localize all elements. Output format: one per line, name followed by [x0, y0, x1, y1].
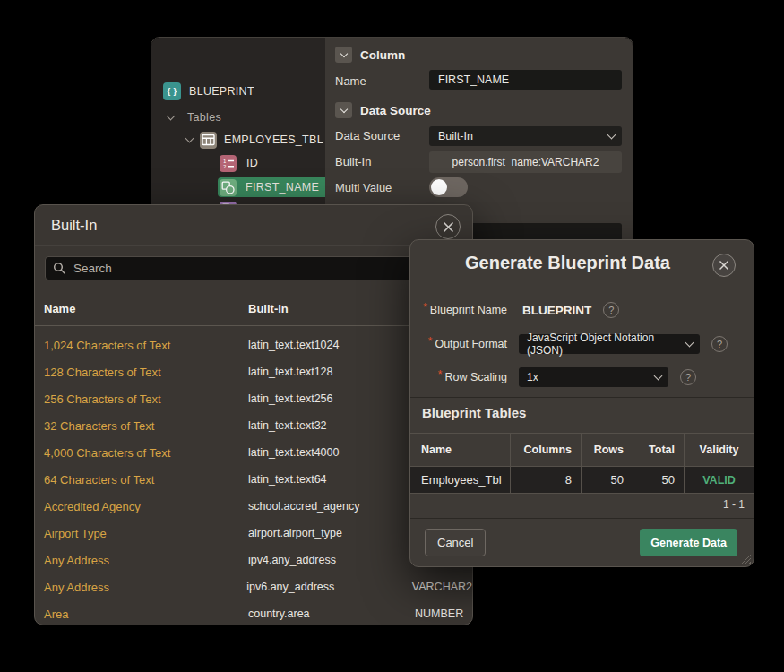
cancel-button[interactable]: Cancel [425, 529, 486, 556]
tree-node-label: EMPLOYEES_TBL [224, 134, 323, 146]
builtin-row[interactable]: 1,024 Characters of Text latin_text.text… [35, 332, 472, 358]
builtin-code: country.area [248, 607, 415, 620]
section-column: Column [335, 47, 405, 63]
output-format-select[interactable]: JavaScript Object Notation (JSON) [519, 334, 700, 354]
output-format-row: *Output Format JavaScript Object Notatio… [410, 333, 728, 355]
builtin-name[interactable]: Airport Type [44, 527, 248, 540]
collapse-button[interactable] [335, 47, 352, 63]
builtin-picker-dialog: Built-In Name Built-In 1,024 Characters … [34, 204, 473, 625]
help-icon[interactable]: ? [680, 369, 696, 385]
generate-blueprint-data-dialog: Generate Blueprint Data *Blueprint Name … [409, 239, 754, 567]
close-icon[interactable] [435, 214, 461, 239]
divider [410, 397, 754, 398]
tree-node-blueprint[interactable]: { } BLUEPRINT [163, 82, 254, 100]
cell-total: 50 [633, 467, 684, 493]
section-data-source: Data Source [335, 102, 431, 118]
output-format-label: *Output Format [410, 338, 507, 350]
builtin-code: latin_text.text256 [248, 392, 415, 405]
chevron-down-icon [340, 106, 347, 113]
cell-name: Employees_Tbl [410, 467, 510, 493]
column-header: Columns [510, 434, 581, 466]
dialog-title: Generate Blueprint Data [418, 253, 718, 273]
output-format-value: JavaScript Object Notation (JSON) [527, 332, 686, 357]
close-icon[interactable] [712, 254, 736, 277]
divider [410, 518, 754, 519]
tree-node-id[interactable]: 12 ID [220, 154, 258, 172]
multi-value-label: Multi Value [335, 181, 392, 194]
resize-handle[interactable] [741, 554, 751, 564]
collapse-button[interactable] [335, 102, 352, 118]
builtin-name[interactable]: 256 Characters of Text [44, 392, 248, 406]
builtin-row[interactable]: 32 Characters of Text latin_text.text32 [35, 412, 472, 439]
builtin-row[interactable]: Any Address ipv4.any_address [35, 547, 472, 573]
builtin-row[interactable]: 64 Characters of Text latin_text.text64 [35, 466, 472, 493]
tree-node-employees-tbl[interactable]: EMPLOYEES_TBL [186, 131, 323, 149]
column-header: Rows [581, 434, 633, 466]
builtin-row[interactable]: 4,000 Characters of Text latin_text.text… [35, 439, 472, 466]
builtin-name[interactable]: Any Address [44, 554, 248, 567]
builtin-name[interactable]: 128 Characters of Text [44, 366, 248, 379]
help-icon[interactable]: ? [603, 302, 619, 318]
required-marker: * [438, 368, 443, 381]
builtin-code: school.accred_agency [248, 500, 415, 513]
row-scaling-select[interactable]: 1x [519, 367, 668, 387]
builtin-row[interactable]: 128 Characters of Text latin_text.text12… [35, 358, 472, 385]
builtin-row[interactable]: Accredited Agency school.accred_agency [35, 493, 472, 520]
tree-node-tables[interactable]: Tables [168, 108, 221, 126]
dialog-title: Built-In [51, 217, 97, 234]
chevron-down-icon [607, 131, 616, 140]
row-scaling-value: 1x [527, 371, 538, 383]
builtin-name[interactable]: Accredited Agency [44, 500, 248, 513]
search-icon [53, 262, 66, 275]
column-header: Total [633, 434, 684, 466]
builtin-name[interactable]: 64 Characters of Text [44, 473, 248, 487]
required-marker: * [423, 301, 427, 314]
blueprint-tables-section-title: Blueprint Tables [422, 405, 526, 420]
divider [35, 245, 472, 246]
tree-node-label: FIRST_NAME [246, 181, 319, 194]
builtin-code: ipv4.any_address [248, 554, 415, 566]
table-row: Employees_Tbl 8 50 50 VALID [410, 467, 754, 494]
chevron-down-icon [340, 50, 347, 57]
chevron-down-icon [167, 112, 176, 121]
builtin-code: latin_text.text128 [248, 366, 415, 378]
builtin-code: latin_text.text4000 [248, 446, 415, 459]
data-source-label: Data Source [335, 129, 400, 142]
multi-value-toggle[interactable] [429, 177, 468, 197]
builtin-name[interactable]: Any Address [44, 581, 246, 594]
builtin-datatype: VARCHAR2 [412, 581, 472, 593]
blueprint-name-label: *Blueprint Name [410, 304, 507, 316]
required-marker: * [428, 335, 433, 348]
builtin-row[interactable]: Area country.area NUMBER [35, 600, 472, 627]
divider [35, 325, 472, 326]
builtin-name[interactable]: 1,024 Characters of Text [44, 339, 248, 352]
table-icon [200, 132, 217, 149]
builtin-datatype: NUMBER [415, 607, 463, 620]
name-input[interactable]: FIRST_NAME [429, 70, 622, 90]
tree-node-first-name-selected[interactable]: FIRST_NAME [218, 177, 330, 197]
builtin-table-header: Name Built-In [35, 302, 472, 315]
generate-data-button[interactable]: Generate Data [640, 529, 737, 556]
builtin-row[interactable]: Any Address ipv6.any_address VARCHAR2 [35, 573, 472, 600]
search-input[interactable] [73, 262, 414, 275]
row-scaling-row: *Row Scaling 1x ? [410, 366, 696, 388]
builtin-picker-field[interactable]: person.first_name:VARCHAR2 [429, 151, 622, 173]
builtin-code: airport.airport_type [248, 527, 415, 539]
help-icon[interactable]: ? [711, 336, 728, 352]
name-label: Name [335, 74, 366, 88]
tree-node-label: ID [246, 157, 258, 169]
column-header: Name [410, 434, 510, 466]
builtin-name[interactable]: 32 Characters of Text [44, 419, 248, 433]
search-box[interactable] [45, 256, 464, 280]
data-source-select[interactable]: Built-In [429, 126, 622, 146]
builtin-row[interactable]: Airport Type airport.airport_type [35, 520, 472, 547]
blueprint-name-row: *Blueprint Name BLUEPRINT ? [410, 299, 619, 321]
chevron-down-icon [654, 372, 663, 381]
builtin-name[interactable]: 4,000 Characters of Text [44, 446, 248, 460]
builtin-code: ipv6.any_address [246, 581, 412, 593]
blueprint-name-value: BLUEPRINT [522, 304, 591, 317]
builtin-label: Built-In [335, 155, 371, 168]
builtin-name[interactable]: Area [44, 607, 248, 621]
column-header-name: Name [44, 302, 248, 315]
builtin-row[interactable]: 256 Characters of Text latin_text.text25… [35, 385, 472, 412]
